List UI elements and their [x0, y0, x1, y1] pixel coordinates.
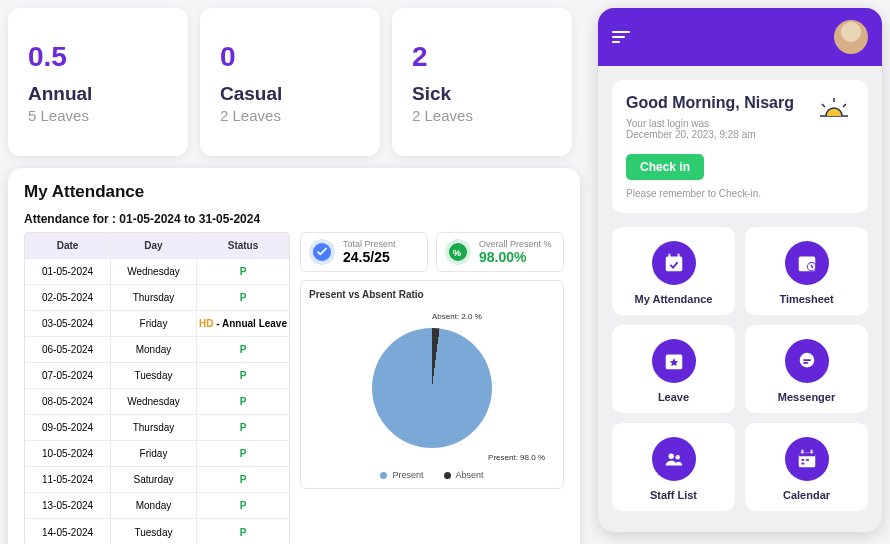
- attendance-table: Date Day Status 01-05-2024WednesdayP02-0…: [24, 232, 290, 544]
- overall-percent-card: % Overall Present % 98.00%: [436, 232, 564, 272]
- sunrise-icon: [814, 94, 854, 122]
- svg-text:%: %: [453, 248, 462, 258]
- tile-staff-list[interactable]: Staff List: [612, 423, 735, 511]
- leave-type: Casual: [220, 83, 360, 105]
- cell-day: Monday: [111, 493, 197, 518]
- cell-date: 13-05-2024: [25, 493, 111, 518]
- cell-status: P: [197, 337, 289, 362]
- mobile-header: [598, 8, 882, 66]
- svg-line-3: [843, 104, 846, 107]
- cell-status: HD - Annual Leave: [197, 311, 289, 336]
- check-circle-icon: [309, 239, 335, 265]
- cell-date: 03-05-2024: [25, 311, 111, 336]
- table-row: 11-05-2024SaturdayP: [25, 467, 289, 493]
- svg-rect-15: [806, 459, 809, 461]
- leave-cards-row: 0.5 Annual 5 Leaves 0 Casual 2 Leaves 2 …: [8, 8, 572, 156]
- calendar-icon: [785, 437, 829, 481]
- avatar[interactable]: [834, 20, 868, 54]
- cell-date: 06-05-2024: [25, 337, 111, 362]
- cell-status: P: [197, 441, 289, 466]
- table-row: 03-05-2024FridayHD - Annual Leave: [25, 311, 289, 337]
- cell-day: Thursday: [111, 285, 197, 310]
- cell-day: Wednesday: [111, 389, 197, 414]
- cell-status: P: [197, 389, 289, 414]
- leave-sub: 2 Leaves: [220, 107, 360, 124]
- checkin-button[interactable]: Check in: [626, 154, 704, 180]
- attendance-range: Attendance for : 01-05-2024 to 31-05-202…: [24, 212, 564, 226]
- table-row: 14-05-2024TuesdayP: [25, 519, 289, 544]
- svg-point-10: [668, 454, 674, 460]
- present-slice-label: Present: 98.0 %: [488, 453, 545, 462]
- chart-legend: Present Absent: [309, 470, 555, 480]
- ratio-chart-card: Present vs Absent Ratio Absent: 2.0 % Pr…: [300, 280, 564, 489]
- leave-card-annual[interactable]: 0.5 Annual 5 Leaves: [8, 8, 188, 156]
- tile-label: Timesheet: [779, 293, 833, 305]
- svg-rect-14: [801, 459, 804, 461]
- svg-rect-4: [665, 257, 682, 272]
- menu-icon[interactable]: [612, 31, 630, 43]
- chart-title: Present vs Absent Ratio: [309, 289, 555, 300]
- attendance-title: My Attendance: [24, 182, 564, 202]
- svg-rect-16: [801, 463, 804, 465]
- col-day: Day: [111, 233, 197, 258]
- cell-date: 09-05-2024: [25, 415, 111, 440]
- cell-day: Thursday: [111, 415, 197, 440]
- total-present-card: Total Present 24.5/25: [300, 232, 428, 272]
- mobile-preview: Good Morning, Nisarg Your last login was…: [598, 8, 882, 532]
- tile-calendar[interactable]: Calendar: [745, 423, 868, 511]
- cell-date: 14-05-2024: [25, 519, 111, 544]
- leave-number: 0: [220, 41, 360, 73]
- leave-type: Sick: [412, 83, 552, 105]
- attendance-panel: My Attendance Attendance for : 01-05-202…: [8, 168, 580, 544]
- tile-my-attendance[interactable]: My Attendance: [612, 227, 735, 315]
- tile-label: My Attendance: [635, 293, 713, 305]
- cell-date: 01-05-2024: [25, 259, 111, 284]
- legend-present: Present: [380, 470, 423, 480]
- cell-day: Tuesday: [111, 363, 197, 388]
- tile-label: Staff List: [650, 489, 697, 501]
- cell-day: Friday: [111, 311, 197, 336]
- svg-line-2: [822, 104, 825, 107]
- tile-leave[interactable]: Leave: [612, 325, 735, 413]
- percent-icon: %: [445, 239, 471, 265]
- cell-date: 10-05-2024: [25, 441, 111, 466]
- leave-card-casual[interactable]: 0 Casual 2 Leaves: [200, 8, 380, 156]
- cell-status: P: [197, 259, 289, 284]
- cell-date: 11-05-2024: [25, 467, 111, 492]
- cell-day: Saturday: [111, 467, 197, 492]
- leave-type: Annual: [28, 83, 168, 105]
- cell-status: P: [197, 467, 289, 492]
- cell-status: P: [197, 415, 289, 440]
- svg-rect-13: [798, 453, 815, 457]
- cell-day: Friday: [111, 441, 197, 466]
- overall-percent-value: 98.00%: [479, 249, 552, 265]
- cell-status: P: [197, 363, 289, 388]
- absent-slice-label: Absent: 2.0 %: [432, 312, 482, 321]
- calendar-check-icon: [652, 241, 696, 285]
- col-date: Date: [25, 233, 111, 258]
- table-row: 13-05-2024MondayP: [25, 493, 289, 519]
- cell-status: P: [197, 493, 289, 518]
- checkin-note: Please remember to Check-in.: [626, 188, 854, 199]
- pie-chart: [372, 328, 492, 448]
- chat-icon: [785, 339, 829, 383]
- table-row: 08-05-2024WednesdayP: [25, 389, 289, 415]
- tile-label: Messenger: [778, 391, 835, 403]
- total-present-label: Total Present: [343, 239, 396, 249]
- summary-row: Total Present 24.5/25 % Overall Present …: [300, 232, 564, 272]
- table-row: 06-05-2024MondayP: [25, 337, 289, 363]
- leave-card-sick[interactable]: 2 Sick 2 Leaves: [392, 8, 572, 156]
- cell-date: 07-05-2024: [25, 363, 111, 388]
- table-row: 09-05-2024ThursdayP: [25, 415, 289, 441]
- last-login-time: December 20, 2023, 9:28 am: [626, 129, 854, 140]
- cell-day: Monday: [111, 337, 197, 362]
- cell-status: P: [197, 285, 289, 310]
- leave-sub: 5 Leaves: [28, 107, 168, 124]
- tiles-grid: My Attendance Timesheet Leave Messenger …: [598, 227, 882, 511]
- cell-day: Tuesday: [111, 519, 197, 544]
- tile-messenger[interactable]: Messenger: [745, 325, 868, 413]
- tile-timesheet[interactable]: Timesheet: [745, 227, 868, 315]
- svg-point-11: [675, 455, 680, 460]
- people-icon: [652, 437, 696, 481]
- greeting-card: Good Morning, Nisarg Your last login was…: [612, 80, 868, 213]
